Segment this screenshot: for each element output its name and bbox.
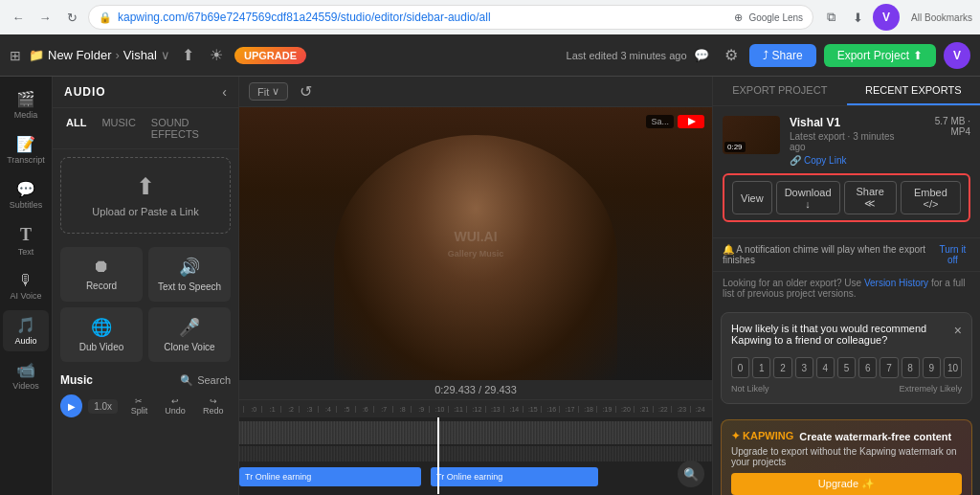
download-button[interactable]: ⬇ (846, 6, 869, 29)
transcript-label: Transcript (7, 155, 45, 165)
tts-icon: 🔊 (179, 257, 200, 278)
refresh-button[interactable]: ↻ (61, 7, 82, 28)
sidebar-item-audio[interactable]: 🎵 Audio (3, 310, 49, 351)
survey-num-1[interactable]: 1 (752, 357, 770, 378)
record-option[interactable]: ⏺ Record (60, 247, 143, 302)
comment-icon-btn[interactable]: 💬 (690, 44, 713, 66)
clip-2-label: Tr Online earning (436, 472, 502, 482)
ai-voice-icon: 🎙 (18, 272, 33, 289)
settings-icon-btn[interactable]: ⚙ (721, 42, 742, 68)
play-button[interactable]: ▶ (60, 394, 82, 417)
video-time: 0:29.433 / 29.433 (239, 380, 712, 399)
timeline-area[interactable]: :0 :1 :2 :3 :4 :5 :6 :7 :8 :9 :10 :11 :1… (239, 399, 712, 495)
survey-num-10[interactable]: 10 (944, 357, 962, 378)
ruler-mark: :12 (466, 406, 484, 413)
survey-num-7[interactable]: 7 (880, 357, 898, 378)
survey-num-9[interactable]: 9 (923, 357, 941, 378)
record-icon: ⏺ (93, 257, 110, 277)
audio-panel-title: AUDIO (64, 85, 106, 99)
upgrade-card-button[interactable]: Upgrade ✨ (731, 473, 962, 495)
ruler-mark: :15 (523, 406, 541, 413)
music-label: Music (60, 373, 93, 387)
version-history-link[interactable]: Version History (864, 278, 928, 288)
tab-all[interactable]: ALL (60, 114, 92, 143)
dub-option[interactable]: 🌐 Dub Video (60, 307, 143, 362)
audio-icon: 🎵 (16, 316, 35, 334)
share-icon: ⤴ (763, 49, 768, 62)
media-label: Media (14, 110, 38, 120)
bookmark-label: All Bookmarks (911, 12, 972, 23)
collapse-button[interactable]: ‹ (222, 84, 227, 100)
url-bar[interactable]: 🔒 kapwing.com/67b69e7247569cdf81a24559/s… (88, 5, 813, 30)
search-area[interactable]: 🔍 Search (180, 374, 231, 387)
ruler-mark: :18 (578, 406, 596, 413)
clone-option[interactable]: 🎤 Clone Voice (148, 307, 231, 362)
sidebar-item-videos[interactable]: 📹 Videos (3, 355, 49, 396)
back-button[interactable]: ← (8, 7, 29, 28)
user-name[interactable]: Vishal (123, 48, 157, 62)
share-button[interactable]: ⤴ Share (749, 44, 816, 67)
fit-button[interactable]: Fit ∨ (249, 82, 288, 101)
ruler-mark: :4 (318, 406, 336, 413)
upgrade-card-header: ✦ KAPWING Create watermark-free content (731, 430, 962, 442)
survey-num-0[interactable]: 0 (731, 357, 749, 378)
tab-sound-effects[interactable]: SOUND EFFECTS (145, 114, 231, 143)
folder-name[interactable]: New Folder (48, 48, 111, 62)
upload-area[interactable]: ⬆ Upload or Paste a Link (60, 157, 231, 234)
share-export-button[interactable]: Share ≪ (844, 181, 897, 214)
tab-export-project[interactable]: EXPORT PROJECT (713, 77, 847, 105)
theme-btn[interactable]: ☀ (206, 42, 227, 68)
browser-avatar[interactable]: V (873, 4, 900, 31)
timeline-clip-2[interactable]: Tr Online earning (431, 467, 598, 486)
sidebar-item-ai-voice[interactable]: 🎙 AI Voice (3, 266, 49, 306)
split-button[interactable]: ✂ Split (123, 395, 155, 416)
timeline-tracks[interactable]: Tr Online earning Tr Online earning (239, 417, 712, 494)
survey-num-3[interactable]: 3 (795, 357, 813, 378)
transcript-icon: 📝 (16, 135, 35, 153)
upload-icon-btn[interactable]: ⬆ (178, 42, 198, 68)
videos-icon: 📹 (16, 361, 35, 379)
undo-button[interactable]: ↩ Undo (158, 395, 193, 416)
search-icon: 🔍 (180, 374, 193, 387)
export-button[interactable]: Export Project ⬆ (824, 44, 936, 67)
extensions-button[interactable]: ⧉ (819, 6, 842, 29)
speed-button[interactable]: 1.0x (88, 399, 118, 414)
sidebar-item-media[interactable]: 🎬 Media (3, 84, 49, 125)
breadcrumb-sep: › (115, 48, 119, 62)
forward-button[interactable]: → (34, 7, 56, 28)
tts-option[interactable]: 🔊 Text to Speech (148, 247, 231, 302)
sidebar-item-text[interactable]: T Text (3, 219, 49, 262)
view-button[interactable]: View (732, 181, 772, 214)
clip-1-label: Tr Online earning (245, 472, 311, 482)
turn-off-button[interactable]: Turn it off (935, 244, 970, 265)
audio-tabs: ALL MUSIC SOUND EFFECTS (53, 108, 238, 149)
embed-button[interactable]: Embed </> (901, 181, 961, 214)
sidebar-item-transcript[interactable]: 📝 Transcript (3, 129, 49, 170)
redo-button[interactable]: ↪ Redo (195, 395, 231, 416)
search-bottom-button[interactable]: 🔍 (678, 461, 704, 487)
copy-link-button[interactable]: 🔗 Copy Link (790, 155, 913, 166)
playhead[interactable] (437, 417, 439, 494)
upgrade-button[interactable]: UPGRADE (234, 47, 306, 64)
survey-num-2[interactable]: 2 (773, 357, 791, 378)
survey-num-4[interactable]: 4 (816, 357, 835, 378)
reset-view-button[interactable]: ↺ (296, 79, 316, 104)
ruler-mark: :1 (261, 406, 279, 413)
survey-num-5[interactable]: 5 (837, 357, 856, 378)
sidebar-item-subtitles[interactable]: 💬 Subtitles (3, 174, 49, 215)
survey-num-6[interactable]: 6 (858, 357, 877, 378)
ruler-mark: :23 (671, 406, 689, 413)
survey-close-button[interactable]: × (954, 323, 962, 338)
audio-panel: AUDIO ‹ ALL MUSIC SOUND EFFECTS ⬆ Upload… (53, 77, 239, 495)
survey-num-8[interactable]: 8 (902, 357, 920, 378)
export-project-tab-label: EXPORT PROJECT (732, 84, 827, 96)
tab-recent-exports[interactable]: RECENT EXPORTS (847, 77, 981, 105)
download-button[interactable]: Download ↓ (776, 181, 840, 214)
youtube-badge (678, 115, 704, 131)
timeline-clip-1[interactable]: Tr Online earning (239, 467, 421, 486)
google-lens-btn[interactable]: ⊕ (734, 11, 743, 24)
tab-music[interactable]: MUSIC (96, 114, 141, 143)
notification-text: 🔔 A notification chime will play when th… (723, 244, 935, 265)
user-avatar[interactable]: V (944, 42, 970, 69)
version-history: Looking for an older export? Use Version… (713, 271, 980, 304)
